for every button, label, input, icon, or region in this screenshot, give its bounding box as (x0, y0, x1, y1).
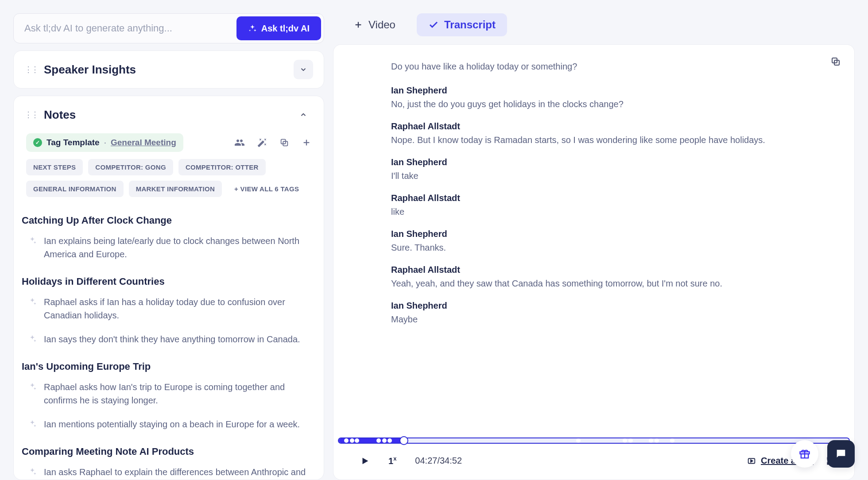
timeline-marker[interactable] (344, 438, 349, 443)
ask-bar: Ask tl;dv AI (13, 13, 324, 43)
tags-row: NEXT STEPSCOMPETITOR: GONGCOMPETITOR: OT… (26, 159, 311, 197)
sparkle-icon (28, 334, 37, 346)
note-section-title: Holidays in Different Countries (22, 276, 316, 287)
check-icon: ✓ (33, 138, 42, 147)
collapse-notes-button[interactable] (294, 105, 313, 124)
tag-chip[interactable]: COMPETITOR: GONG (88, 159, 173, 175)
tab-video[interactable]: Video (342, 13, 407, 36)
note-bullet-text: Raphael asks how Ian's trip to Europe is… (44, 380, 316, 407)
tag-chip[interactable]: GENERAL INFORMATION (26, 181, 124, 197)
speaker-name: Ian Shepherd (391, 85, 797, 96)
tag-template-chip[interactable]: ✓ Tag Template · General Meeting (26, 133, 183, 152)
note-bullet[interactable]: Raphael asks if Ian has a holiday today … (22, 292, 316, 329)
player-controls: 1x 04:27/34:52 Create a clip (333, 444, 854, 480)
note-bullet-text: Ian asks Raphael to explain the differen… (44, 465, 316, 480)
timeline-marker[interactable] (376, 438, 381, 443)
playback-speed[interactable]: 1x (388, 455, 396, 466)
transcript-utterance[interactable]: Ian ShepherdSure. Thanks. (391, 229, 797, 254)
note-bullet[interactable]: Ian says they don't think they have anyt… (22, 329, 316, 353)
transcript-text: I'll take (391, 169, 797, 182)
speaker-name: Ian Shepherd (391, 229, 797, 239)
note-section-title: Comparing Meeting Note AI Products (22, 446, 316, 457)
play-button[interactable] (360, 456, 370, 466)
ask-input[interactable] (16, 23, 236, 34)
speaker-insights-title: Speaker Insights (44, 63, 287, 77)
check-icon (428, 19, 439, 30)
timeline-marker[interactable] (350, 438, 354, 443)
magic-wand-icon[interactable] (257, 137, 267, 148)
speaker-name: Ian Shepherd (391, 301, 797, 311)
transcript-body[interactable]: Do you have like a holiday today or some… (333, 45, 854, 437)
drag-handle-icon[interactable]: ⋮⋮ (24, 65, 38, 74)
chat-fab[interactable] (827, 440, 855, 468)
transcript-text: Yeah, yeah, and they saw that Canada has… (391, 277, 797, 290)
copy-transcript-icon[interactable] (830, 56, 841, 67)
timeline-marker[interactable] (670, 438, 674, 443)
tabs: Video Transcript (333, 13, 855, 44)
note-bullet-text: Raphael asks if Ian has a holiday today … (44, 295, 316, 322)
note-bullet[interactable]: Ian explains being late/early due to clo… (22, 231, 316, 268)
note-section-title: Ian's Upcoming Europe Trip (22, 361, 316, 372)
sparkle-icon (28, 382, 37, 407)
transcript-text: like (391, 205, 797, 218)
sparkle-icon (248, 24, 257, 33)
people-icon[interactable] (234, 137, 245, 148)
notes-panel: ⋮⋮ Notes ✓ Tag Template · General Meetin… (13, 96, 324, 480)
timeline-marker[interactable] (576, 438, 581, 443)
svg-marker-10 (751, 460, 753, 462)
transcript-utterance[interactable]: Raphael Allstadtlike (391, 193, 797, 218)
speaker-name: Raphael Allstadt (391, 265, 797, 275)
tag-chip[interactable]: NEXT STEPS (26, 159, 83, 175)
sparkle-icon (28, 419, 37, 431)
note-bullet-text: Ian says they don't think they have anyt… (44, 333, 300, 346)
transcript-text: Sure. Thanks. (391, 241, 797, 254)
svg-marker-8 (363, 457, 368, 464)
transcript-text: Maybe (391, 313, 797, 326)
ask-ai-button[interactable]: Ask tl;dv AI (236, 16, 321, 40)
sparkle-icon (28, 467, 37, 480)
transcript-utterance[interactable]: Raphael AllstadtNope. But I know today i… (391, 121, 797, 147)
timeline-marker[interactable] (382, 438, 387, 443)
timeline-marker[interactable] (623, 438, 627, 443)
timeline-marker[interactable] (388, 438, 392, 443)
note-bullet-text: Ian explains being late/early due to clo… (44, 234, 316, 261)
note-bullet[interactable]: Ian mentions potentially staying on a be… (22, 414, 316, 438)
transcript-line[interactable]: Do you have like a holiday today or some… (391, 60, 797, 73)
tag-chip[interactable]: MARKET INFORMATION (129, 181, 222, 197)
transcript-utterance[interactable]: Ian ShepherdNo, just the do you guys get… (391, 85, 797, 111)
note-section-title: Catching Up After Clock Change (22, 215, 316, 226)
plus-icon (353, 20, 363, 30)
playback-timeline[interactable] (338, 437, 850, 444)
time-display: 04:27/34:52 (415, 456, 462, 466)
timeline-marker[interactable] (655, 438, 659, 443)
gift-fab[interactable] (791, 440, 818, 468)
tag-template-row: ✓ Tag Template · General Meeting (26, 133, 311, 152)
timeline-marker[interactable] (628, 438, 633, 443)
note-bullet-text: Ian mentions potentially staying on a be… (44, 418, 300, 431)
speaker-name: Raphael Allstadt (391, 121, 797, 132)
transcript-utterance[interactable]: Ian ShepherdI'll take (391, 157, 797, 182)
speaker-name: Raphael Allstadt (391, 193, 797, 203)
timeline-marker[interactable] (649, 438, 653, 443)
plus-icon[interactable] (302, 137, 311, 148)
transcript-text: Nope. But I know today is Ramadan starts… (391, 133, 797, 147)
tab-transcript[interactable]: Transcript (417, 13, 507, 36)
note-bullet[interactable]: Ian asks Raphael to explain the differen… (22, 462, 316, 480)
copy-icon[interactable] (279, 137, 289, 148)
notes-title: Notes (44, 108, 287, 122)
tag-chip[interactable]: COMPETITOR: OTTER (178, 159, 266, 175)
sparkle-icon (28, 297, 37, 322)
sparkle-icon (28, 236, 37, 261)
expand-speaker-insights-button[interactable] (294, 60, 313, 79)
notes-content[interactable]: Catching Up After Clock ChangeIan explai… (14, 207, 324, 480)
speaker-insights-panel: ⋮⋮ Speaker Insights (13, 50, 324, 89)
drag-handle-icon[interactable]: ⋮⋮ (24, 110, 38, 120)
tag-template-link[interactable]: General Meeting (111, 138, 176, 147)
note-bullet[interactable]: Raphael asks how Ian's trip to Europe is… (22, 377, 316, 414)
timeline-playhead[interactable] (399, 436, 408, 445)
view-all-tags[interactable]: + VIEW ALL 6 TAGS (227, 181, 306, 197)
transcript-panel: Do you have like a holiday today or some… (333, 44, 855, 480)
transcript-utterance[interactable]: Raphael AllstadtYeah, yeah, and they saw… (391, 265, 797, 290)
timeline-marker[interactable] (355, 438, 359, 443)
transcript-utterance[interactable]: Ian ShepherdMaybe (391, 301, 797, 326)
